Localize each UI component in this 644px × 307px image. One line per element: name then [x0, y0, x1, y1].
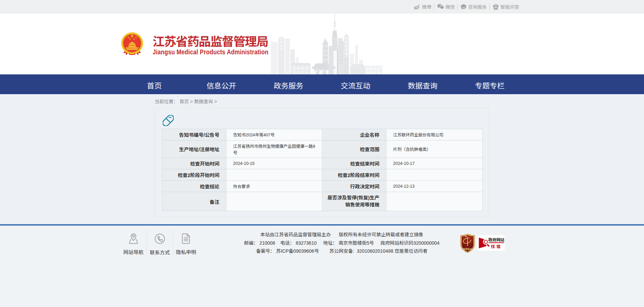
svg-text:政府网站: 政府网站: [488, 237, 504, 242]
svg-text:党政机关: 党政机关: [463, 247, 472, 251]
svg-text:找错: 找错: [491, 243, 502, 249]
